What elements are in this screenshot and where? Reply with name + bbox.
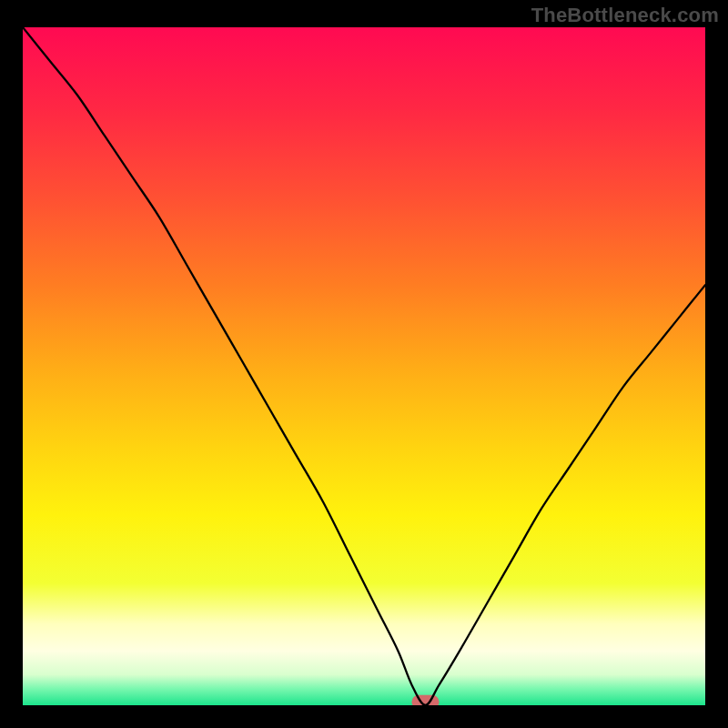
chart-svg	[23, 27, 705, 705]
plot-area	[23, 27, 705, 705]
optimum-marker	[412, 695, 440, 705]
gradient-background	[23, 27, 705, 705]
watermark-label: TheBottleneck.com	[531, 4, 719, 27]
chart-frame: TheBottleneck.com	[0, 0, 728, 728]
